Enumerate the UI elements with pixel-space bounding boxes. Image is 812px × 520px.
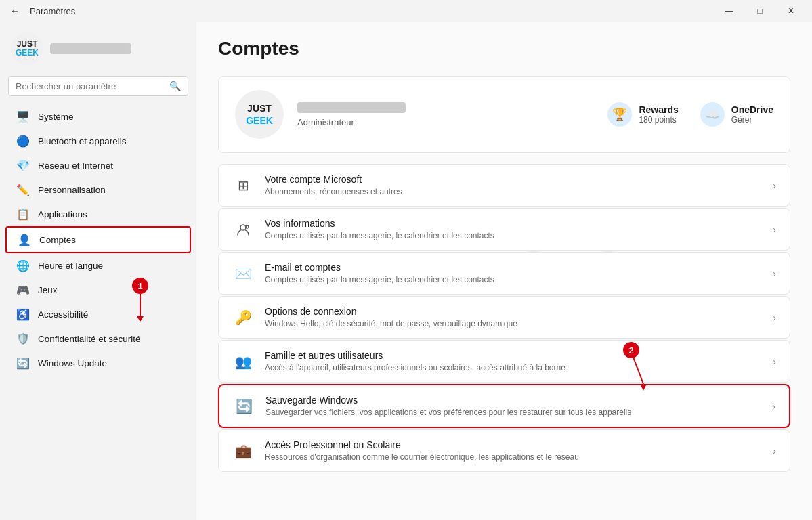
sidebar-item-confidentialite[interactable]: 🛡️ Confidentialité et sécurité (5, 326, 191, 351)
back-button[interactable]: ← (5, 1, 24, 20)
search-input[interactable] (16, 81, 165, 91)
menu-item-desc: Sauvegarder vos fichiers, vos applicatio… (265, 408, 761, 417)
sidebar-item-label: Personnalisation (38, 185, 106, 195)
sidebar-item-label: Confidentialité et sécurité (38, 334, 141, 344)
menu-item-desc: Comptes utilisés par la messagerie, le c… (265, 275, 762, 284)
email-icon: ✉️ (232, 263, 254, 284)
sidebar-item-personnalisation[interactable]: ✏️ Personnalisation (5, 177, 191, 202)
menu-item-famille-utilisateurs[interactable]: 👥 Famille et autres utilisateurs Accès à… (218, 340, 790, 383)
sidebar-item-jeux[interactable]: 🎮 Jeux (5, 278, 191, 302)
rewards-points: 180 points (639, 115, 678, 125)
close-button[interactable]: ✕ (775, 0, 807, 22)
sidebar-item-bluetooth[interactable]: 🔵 Bluetooth et appareils (5, 129, 191, 153)
menu-item-text: E-mail et comptes Comptes utilisés par l… (265, 262, 762, 284)
titlebar: ← Paramètres — □ ✕ (0, 0, 812, 22)
options-connexion-icon: 🔑 (232, 307, 254, 328)
onedrive-action-label: Gérer (731, 115, 773, 125)
svg-point-1 (246, 225, 249, 228)
account-name-blur (297, 102, 406, 113)
menu-item-sauvegarde-windows[interactable]: 🔄 Sauvegarde Windows Sauvegarder vos fic… (218, 384, 790, 428)
maximize-button[interactable]: □ (744, 0, 775, 22)
microsoft-account-icon: ⊞ (232, 175, 254, 196)
menu-item-title: Famille et autres utilisateurs (265, 350, 762, 361)
username-blur (50, 43, 131, 54)
sidebar-item-label: Applications (38, 209, 87, 219)
sidebar-item-label: Accessibilité (38, 309, 88, 320)
sidebar-item-systeme[interactable]: 🖥️ Système (5, 104, 191, 129)
applications-icon: 📋 (16, 207, 30, 221)
account-header: JUST GEEK Administrateur 🏆 Rewards 180 p… (218, 76, 790, 153)
menu-item-title: Sauvegarde Windows (265, 395, 761, 406)
logo-text: JUST GEEK (16, 40, 39, 58)
annotation-2: 2 (623, 342, 639, 358)
minimize-button[interactable]: — (713, 0, 744, 22)
sidebar-item-accessibilite[interactable]: ♿ Accessibilité (5, 302, 191, 326)
accessibilite-icon: ♿ (16, 307, 30, 321)
menu-item-vos-informations[interactable]: Vos informations Comptes utilisés par la… (218, 208, 790, 251)
sidebar-item-heure[interactable]: 🌐 Heure et langue (5, 253, 191, 278)
heure-icon: 🌐 (16, 259, 30, 272)
menu-item-desc: Comptes utilisés par la messagerie, le c… (265, 231, 762, 240)
sauvegarde-icon: 🔄 (233, 395, 255, 417)
rewards-action[interactable]: 🏆 Rewards 180 points (607, 102, 678, 127)
menu-item-acces-professionnel[interactable]: 💼 Accès Professionnel ou Scolaire Ressou… (218, 429, 790, 472)
menu-item-desc: Abonnements, récompenses et autres (265, 187, 762, 196)
menu-item-text: Votre compte Microsoft Abonnements, réco… (265, 174, 762, 196)
sidebar-item-comptes[interactable]: 👤 Comptes (5, 226, 191, 253)
main-content: JUSTGEEK Comptes JUST GEEK Administrateu… (196, 22, 812, 520)
sidebar-item-label: Système (38, 112, 74, 122)
famille-icon: 👥 (232, 351, 254, 372)
app-body: JUST GEEK 🔍 🖥️ Système 🔵 Bluetooth et ap… (0, 22, 812, 520)
menu-item-email-comptes[interactable]: ✉️ E-mail et comptes Comptes utilisés pa… (218, 252, 790, 295)
account-avatar: JUST GEEK (235, 90, 284, 139)
sidebar-item-label: Comptes (39, 235, 76, 245)
menu-item-text: Accès Professionnel ou Scolaire Ressourc… (265, 439, 762, 462)
menu-item-options-connexion[interactable]: 🔑 Options de connexion Windows Hello, cl… (218, 296, 790, 339)
confidentialite-icon: 🛡️ (16, 332, 30, 345)
menu-item-desc: Ressources d'organisation comme le courr… (265, 452, 762, 462)
annotation-1: 1 (132, 278, 148, 321)
systeme-icon: 🖥️ (16, 110, 30, 123)
menu-list: ⊞ Votre compte Microsoft Abonnements, ré… (218, 164, 790, 472)
menu-item-text: Sauvegarde Windows Sauvegarder vos fichi… (265, 395, 761, 417)
window-controls: — □ ✕ (713, 0, 807, 22)
menu-item-text: Famille et autres utilisateurs Accès à l… (265, 350, 762, 372)
logo-geek: GEEK (16, 48, 39, 58)
menu-item-microsoft-account[interactable]: ⊞ Votre compte Microsoft Abonnements, ré… (218, 164, 790, 207)
onedrive-action[interactable]: ☁️ OneDrive Gérer (700, 102, 773, 127)
sidebar-item-windows-update[interactable]: 🔄 Windows Update (5, 351, 191, 375)
sidebar: JUST GEEK 🔍 🖥️ Système 🔵 Bluetooth et ap… (0, 22, 196, 520)
bluetooth-icon: 🔵 (16, 134, 30, 148)
menu-item-title: Options de connexion (265, 306, 762, 317)
personnalisation-icon: ✏️ (16, 183, 30, 196)
menu-item-desc: Accès à l'appareil, utilisateurs profess… (265, 363, 762, 372)
rewards-label: Rewards (639, 104, 678, 115)
menu-item-title: Vos informations (265, 218, 762, 229)
sidebar-item-label: Heure et langue (38, 261, 103, 271)
sidebar-item-applications[interactable]: 📋 Applications (5, 202, 191, 226)
menu-item-title: Accès Professionnel ou Scolaire (265, 439, 762, 450)
menu-item-title: E-mail et comptes (265, 262, 762, 273)
search-box[interactable]: 🔍 (8, 76, 188, 96)
onedrive-text: OneDrive Gérer (731, 104, 773, 125)
chevron-right-icon: › (772, 401, 775, 412)
menu-item-text: Vos informations Comptes utilisés par la… (265, 218, 762, 240)
menu-item-text: Options de connexion Windows Hello, clé … (265, 306, 762, 328)
avatar: JUST GEEK (11, 32, 43, 65)
chevron-right-icon: › (773, 180, 776, 191)
svg-line-2 (631, 350, 643, 384)
sidebar-item-reseau[interactable]: 💎 Réseau et Internet (5, 153, 191, 177)
vos-informations-icon (232, 219, 254, 240)
account-role: Administrateur (297, 117, 594, 127)
chevron-right-icon: › (773, 312, 776, 323)
chevron-right-icon: › (773, 356, 776, 367)
rewards-text: Rewards 180 points (639, 104, 678, 125)
chevron-right-icon: › (773, 224, 776, 235)
jeux-icon: 🎮 (16, 283, 30, 297)
search-icon: 🔍 (169, 81, 181, 91)
chevron-right-icon: › (773, 446, 776, 456)
rewards-icon: 🏆 (607, 102, 632, 127)
menu-item-title: Votre compte Microsoft (265, 174, 762, 185)
sidebar-item-label: Windows Update (38, 358, 107, 368)
page-title: Comptes (218, 38, 790, 60)
